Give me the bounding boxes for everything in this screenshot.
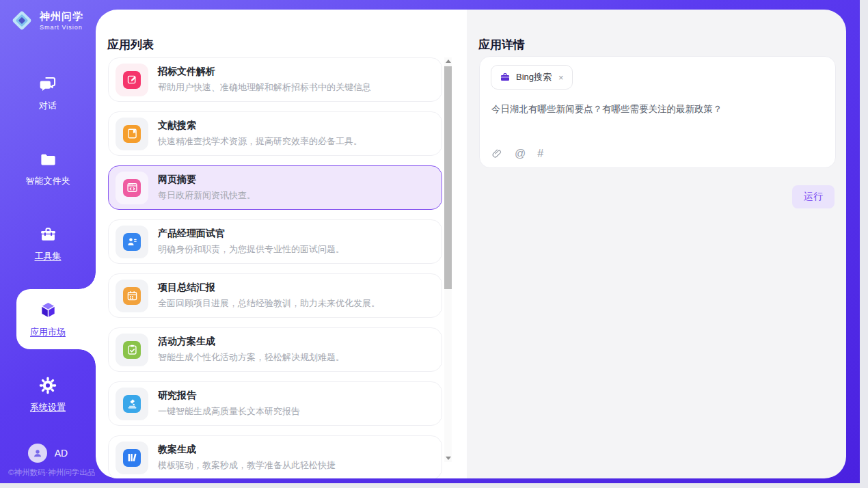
app-logo: 神州问学 Smart Vision: [9, 8, 83, 33]
paperclip-icon[interactable]: [491, 148, 503, 159]
app-card-4[interactable]: 产品经理面试官明确身份和职责，为您提供专业性的面试问题。: [108, 219, 442, 264]
prompt-card: Bing搜索 × 今日湖北有哪些新闻要点？有哪些需要关注的最新政策？ @ #: [479, 56, 836, 168]
sidebar-item-label: 系统设置: [30, 401, 66, 414]
app-list-title: 应用列表: [107, 37, 154, 53]
app-title: 文献搜索: [158, 120, 362, 132]
app-title: 网页摘要: [158, 174, 256, 186]
app-desc: 帮助用户快速、准确地理解和解析招标书中的关键信息: [158, 81, 371, 94]
logo-name: 神州问学: [40, 10, 83, 23]
clipboard-check-icon: [123, 341, 141, 359]
app-title: 教案生成: [158, 444, 336, 456]
scrollbar-thumb[interactable]: [444, 66, 452, 289]
app-desc: 一键智能生成高质量长文本研究报告: [158, 405, 300, 418]
app-detail-pane: 应用详情 Bing搜索 × 今日湖北有哪些新闻要点？: [467, 10, 846, 478]
scroll-up-icon[interactable]: [444, 57, 452, 66]
person-icon: [32, 448, 43, 459]
app-list-pane: 应用列表 招标文件解析帮助用户快速、准确地理解和解析招标书中的关键信息文献搜索快…: [96, 10, 467, 478]
app-desc: 智能生成个性化活动方案，轻松解决规划难题。: [158, 351, 344, 364]
app-icon-tile: [116, 226, 148, 258]
sidebar-item-3[interactable]: 工具集: [0, 206, 96, 282]
sidebar-item-label: 工具集: [35, 250, 62, 262]
app-title: 产品经理面试官: [158, 228, 344, 240]
cube-icon: [38, 300, 58, 320]
list-scrollbar[interactable]: [444, 57, 452, 462]
app-icon-tile: [116, 118, 148, 150]
app-list: 招标文件解析帮助用户快速、准确地理解和解析招标书中的关键信息文献搜索快速精准查找…: [108, 57, 442, 478]
app-icon-tile: [116, 64, 148, 96]
sidebar-item-label: 应用市场: [30, 326, 66, 338]
app-icon-tile: [116, 442, 148, 474]
sidebar-item-5[interactable]: 系统设置: [0, 357, 96, 432]
app-card-3[interactable]: 网页摘要每日政府新闻资讯快查。: [108, 165, 442, 210]
app-title: 项目总结汇报: [158, 282, 380, 294]
folder-icon: [39, 150, 57, 169]
app-desc: 全面回顾项目进展，总结经验教训，助力未来优化发展。: [158, 297, 380, 310]
app-icon-tile: [116, 334, 148, 366]
app-desc: 快速精准查找学术资源，提高研究效率的必备工具。: [158, 135, 362, 148]
app-card-7[interactable]: 研究报告一键智能生成高质量长文本研究报告: [108, 381, 442, 426]
sidebar-item-2[interactable]: 智能文件夹: [0, 131, 96, 206]
edit-doc-icon: [123, 71, 141, 89]
copyright-footer: ©神州数码·神州问学出品: [8, 467, 95, 478]
avatar: [28, 444, 47, 463]
logo-subtitle: Smart Vision: [40, 24, 83, 31]
sidebar-item-label: 智能文件夹: [26, 175, 70, 187]
sidebar-item-label: 对话: [39, 100, 57, 112]
sidebar-item-1[interactable]: 对话: [0, 56, 96, 131]
calendar-icon: [123, 287, 141, 305]
app-title: 活动方案生成: [158, 336, 344, 348]
user-account[interactable]: AD: [0, 444, 96, 463]
main-panel: 应用列表 招标文件解析帮助用户快速、准确地理解和解析招标书中的关键信息文献搜索快…: [96, 10, 846, 478]
chat-icon: [39, 75, 57, 94]
app-desc: 每日政府新闻资讯快查。: [158, 189, 256, 202]
sidebar-nav: 对话智能文件夹工具集应用市场系统设置: [0, 56, 96, 432]
scroll-down-icon[interactable]: [444, 454, 452, 462]
app-card-8[interactable]: 教案生成模板驱动，教案秒成，教学准备从此轻松快捷: [108, 435, 442, 478]
tool-chip-label: Bing搜索: [516, 71, 552, 83]
attachment-toolbar: @ #: [491, 148, 543, 159]
at-icon[interactable]: @: [515, 148, 526, 159]
app-card-5[interactable]: 项目总结汇报全面回顾项目进展，总结经验教训，助力未来优化发展。: [108, 273, 442, 318]
logo-diamond-icon: [9, 8, 35, 33]
sidebar: 神州问学 Smart Vision 对话智能文件夹工具集应用市场系统设置 AD …: [0, 0, 96, 483]
close-icon[interactable]: ×: [558, 72, 564, 83]
browser-code-icon: [123, 179, 141, 197]
run-button[interactable]: 运行: [792, 185, 835, 208]
app-card-6[interactable]: 活动方案生成智能生成个性化活动方案，轻松解决规划难题。: [108, 327, 442, 372]
gear-icon: [38, 376, 57, 395]
app-window: 神州问学 Smart Vision 对话智能文件夹工具集应用市场系统设置 AD …: [0, 0, 868, 488]
briefcase-icon: [500, 72, 511, 83]
interviewer-icon: [123, 233, 141, 251]
app-card-1[interactable]: 招标文件解析帮助用户快速、准确地理解和解析招标书中的关键信息: [108, 57, 442, 102]
books-icon: [123, 449, 141, 467]
sidebar-item-4[interactable]: 应用市场: [0, 282, 96, 357]
toolbox-icon: [39, 226, 57, 244]
app-card-2[interactable]: 文献搜索快速精准查找学术资源，提高研究效率的必备工具。: [108, 111, 442, 156]
book-icon: [123, 125, 141, 143]
app-title: 招标文件解析: [158, 66, 371, 78]
app-icon-tile: [116, 280, 148, 312]
app-frame: 神州问学 Smart Vision 对话智能文件夹工具集应用市场系统设置 AD …: [0, 0, 860, 483]
app-desc: 明确身份和职责，为您提供专业性的面试问题。: [158, 243, 344, 256]
user-label: AD: [55, 448, 68, 459]
app-icon-tile: [116, 172, 148, 204]
app-icon-tile: [116, 388, 148, 420]
microscope-icon: [123, 395, 141, 413]
prompt-input[interactable]: 今日湖北有哪些新闻要点？有哪些需要关注的最新政策？: [491, 103, 822, 116]
app-title: 研究报告: [158, 390, 300, 402]
app-desc: 模板驱动，教案秒成，教学准备从此轻松快捷: [158, 459, 336, 472]
hash-icon[interactable]: #: [537, 148, 543, 159]
tool-chip-bing-search[interactable]: Bing搜索 ×: [491, 65, 573, 90]
app-detail-title: 应用详情: [478, 37, 525, 53]
